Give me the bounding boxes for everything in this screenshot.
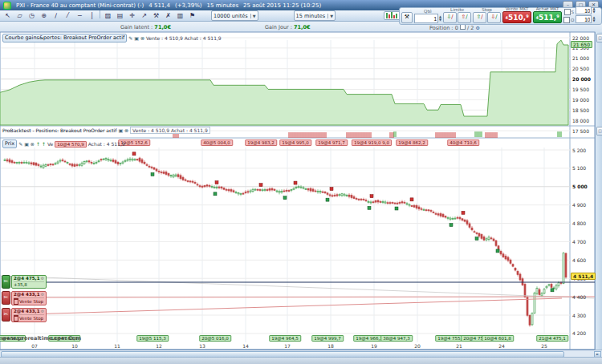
qty-group: Qté ▲▼ — [414, 9, 441, 23]
eraser-tool-icon[interactable]: ▱ — [14, 10, 26, 22]
window-icon[interactable]: ▣ — [24, 141, 29, 147]
gain-latent-label: Gain latent : — [120, 24, 153, 30]
alarm-tool-icon[interactable]: ◷ — [26, 10, 38, 22]
price-panel-title[interactable]: Prix — [2, 140, 17, 148]
position-label: Position : — [429, 25, 454, 31]
app-icon — [3, 2, 11, 10]
chevron-down-icon: ▼ — [327, 14, 333, 18]
equity-panel-header: Courbe gains&pertes: Breakout ProOrder a… — [2, 34, 222, 42]
chart-annotation-icon[interactable]: ▨ — [102, 10, 114, 22]
stop-checkbox[interactable] — [564, 9, 571, 15]
wrench-icon[interactable]: ⚒ — [401, 12, 413, 23]
titlebar-datetime: 25 août 2015 11:25 (10:25) — [243, 2, 321, 9]
stop-distance-stepper[interactable]: ▲▼ — [592, 6, 595, 14]
timeframe-dropdown-value: 15 minutes — [296, 13, 326, 19]
overlap-order-tag: 10@4 570,9 — [55, 141, 87, 148]
close-icon[interactable]: ⊗ — [140, 35, 144, 41]
sell-limit-button[interactable]: ⇩∕ — [443, 12, 457, 23]
trade-panel: ⚒ Qté ▲▼ Limite ⇩∕ ⇧∕ Stop ⇧∕ ⇩∕ Vente M… — [399, 7, 602, 25]
limit-group: Limite ⇩∕ ⇧∕ — [443, 7, 471, 23]
units-dropdown[interactable]: 10000 unités ▼ — [211, 10, 258, 21]
close-icon[interactable]: ⊗ — [31, 141, 35, 147]
window-title: PXI - France 40 au comptant (Mini-contra… — [16, 2, 144, 9]
window-icon[interactable]: ▣ — [134, 35, 139, 41]
gain-day-label: Gain Jour : — [265, 24, 292, 30]
equity-quote: Vente : 4 510,9 Achat : 4 511,9 — [146, 35, 222, 41]
buy-stop-button[interactable]: ⇩∕ — [487, 12, 501, 23]
sell-market-button[interactable]: 4510,9 — [502, 11, 531, 23]
qty-input[interactable] — [414, 14, 438, 23]
edit-icon[interactable]: ✎ — [18, 141, 22, 147]
gear-icon[interactable]: ⚙ — [475, 25, 479, 30]
chart-frame — [0, 32, 595, 350]
equity-panel-title[interactable]: Courbe gains&pertes: Breakout ProOrder a… — [2, 34, 127, 42]
s-label: S — [571, 10, 575, 14]
gain-day: Gain Jour : 71,0€ — [265, 24, 311, 30]
segment-tool-icon[interactable]: ⁄ — [62, 10, 74, 22]
mini-candle — [388, 14, 390, 18]
gain-day-value: 71,0€ — [294, 24, 311, 30]
panel-collapse-icon[interactable]: ◫ — [596, 127, 602, 135]
toolbar-separator — [100, 10, 100, 18]
status-bar — [0, 357, 602, 364]
arrow-up-icon[interactable]: ↑ — [36, 141, 40, 147]
position-toggle[interactable] — [460, 24, 466, 30]
trading-platform-window: { "window": { "title": "PXI - France 40 … — [0, 0, 602, 364]
timeframe-dropdown[interactable]: 15 minutes ▼ — [294, 10, 336, 21]
sell-stop-button[interactable]: ⇧∕ — [473, 12, 486, 23]
titlebar-price: 4 511,4 — [148, 2, 170, 9]
cursor-tool-icon[interactable]: ↖ — [2, 10, 14, 22]
trendline-tool-icon[interactable]: ∕ — [50, 10, 62, 22]
buy-price-main: 511, — [539, 14, 556, 22]
price-panel-header: Prix ✎ ▣ ⊗ ↑ ↑ Ve 10@4 570,9 Achat : 4 5… — [2, 140, 125, 148]
objective-distance-input[interactable] — [576, 15, 592, 23]
vertical-line-tool-icon[interactable]: | — [86, 10, 98, 22]
titlebar-change: (+3,39%) — [175, 2, 202, 9]
mini-candle — [393, 15, 395, 18]
flag-tool-icon[interactable]: ⚑ — [186, 10, 198, 22]
watermark: www.prorealtime.com Com — [2, 335, 81, 342]
gain-latent: Gain latent : 71,0€ — [120, 24, 171, 30]
titlebar-timeframe: 15 minutes — [207, 2, 238, 9]
objective-distance-stepper[interactable]: ▲▼ — [592, 15, 595, 23]
o-label: O — [571, 18, 574, 22]
pointer2-tool-icon[interactable]: ↗ — [138, 10, 150, 22]
close-icon[interactable]: ⊗ — [124, 127, 128, 133]
positions-panel-title[interactable]: ProBacktest - Positions: Breakout ProOrd… — [2, 127, 116, 133]
sell-price-decimal: 9 — [526, 14, 528, 18]
stats-tool-icon[interactable]: ▥ — [174, 10, 186, 22]
mini-candle — [391, 12, 393, 18]
so-values: ▲▼ ▲▼ — [576, 6, 595, 23]
panel-collapse-icon[interactable]: ◫ — [596, 34, 602, 42]
buy-limit-button[interactable]: ⇧∕ — [458, 12, 471, 23]
text-note-icon[interactable]: ▤ — [114, 10, 126, 22]
settings-hammer-icon[interactable]: ⚒ — [150, 10, 162, 22]
cross-tool-icon[interactable]: ✛ — [126, 10, 138, 22]
buy-mkt-group: Achat MKT 4511,9 — [533, 6, 562, 23]
so-checkboxes: S O — [563, 9, 574, 23]
right-toolbar-strip: ◫ ◫ — [595, 32, 602, 357]
qty-stepper[interactable]: ▲▼ — [439, 14, 441, 23]
stop-group: Stop ⇧∕ ⇩∕ — [473, 7, 501, 23]
zoom-tool-icon[interactable]: ⊕ — [38, 10, 50, 22]
delete-tool-icon[interactable]: ✗ — [162, 10, 174, 22]
arrow-up-icon[interactable]: ↑ — [42, 141, 46, 147]
position-status: Position : 0 / 2 ⚙ — [429, 24, 480, 31]
window-icon[interactable]: ▣ — [118, 127, 123, 133]
buy-market-button[interactable]: 4511,9 — [533, 11, 562, 23]
positions-quote: Vente : 4 510,9 Achat : 4 511,9 — [130, 127, 210, 134]
gain-latent-value: 71,0€ — [154, 24, 171, 30]
tool-buttons: ↖▱◷⊕∕⁄─|▨▤✛↗⚒✗▥⚑ — [2, 10, 198, 22]
price-quote-suffix: Achat : 4 511,9 — [88, 141, 125, 147]
chevron-down-icon: ▼ — [250, 14, 256, 18]
horizontal-line-tool-icon[interactable]: ─ — [74, 10, 86, 22]
objective-checkbox[interactable] — [563, 17, 570, 23]
stop-distance-input[interactable] — [576, 6, 592, 14]
buy-price-decimal: 9 — [556, 14, 559, 18]
mini-candle — [386, 13, 388, 18]
edit-icon[interactable]: ✎ — [128, 35, 132, 41]
position-value: 0 — [455, 25, 458, 31]
position-total: / 2 — [467, 25, 474, 31]
sell-mkt-group: Vente MKT 4510,9 — [502, 6, 531, 23]
positions-panel-header: ProBacktest - Positions: Breakout ProOrd… — [2, 127, 210, 134]
